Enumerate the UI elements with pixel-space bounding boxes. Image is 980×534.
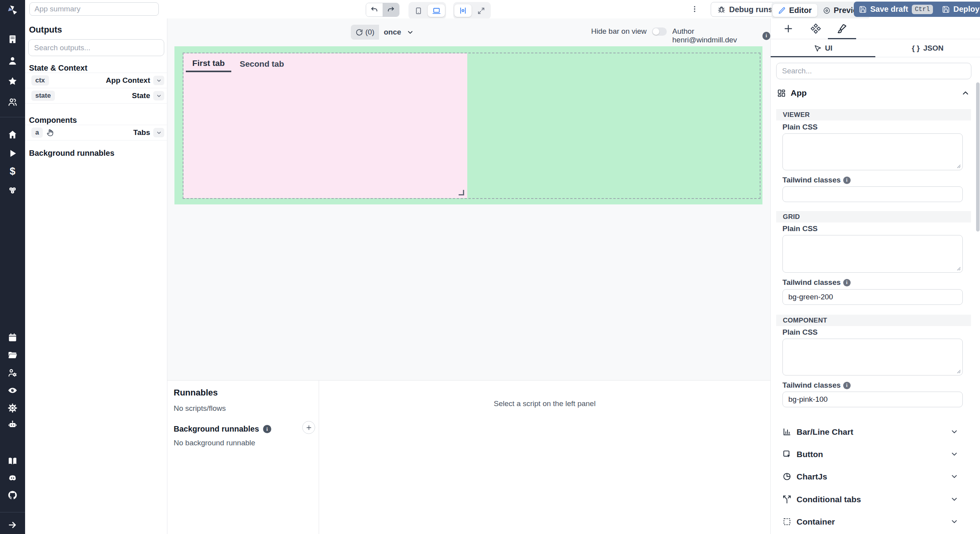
gear-icon[interactable] — [7, 403, 18, 413]
windmill-logo-icon[interactable] — [6, 4, 19, 16]
refresh-all-button[interactable]: (0) — [351, 25, 379, 40]
component-tailwind-input[interactable] — [782, 392, 963, 407]
viewer-tailwind-input[interactable] — [782, 186, 963, 202]
tabs-header: First tab Second tab — [183, 53, 467, 72]
hide-bar-toggle[interactable] — [652, 27, 667, 36]
calendar-icon[interactable] — [7, 332, 18, 343]
insert-component-tab[interactable] — [783, 23, 794, 34]
info-icon[interactable]: i — [263, 425, 271, 433]
tab-second[interactable]: Second tab — [235, 56, 289, 72]
fullscreen-button[interactable] — [472, 4, 490, 17]
info-icon[interactable]: i — [843, 382, 851, 389]
outputs-search-input[interactable] — [28, 39, 164, 56]
kebab-icon — [690, 4, 699, 14]
mobile-view-button[interactable] — [410, 4, 427, 17]
tab-first[interactable]: First tab — [186, 56, 231, 72]
add-background-runnable-button[interactable] — [302, 421, 315, 434]
app-section-header[interactable]: App — [777, 86, 970, 100]
github-icon[interactable] — [7, 490, 18, 500]
app-summary-input[interactable] — [29, 2, 159, 16]
state-context-heading: State & Context — [29, 64, 87, 73]
deploy-button[interactable]: Deploy — [936, 2, 980, 17]
app-canvas: (0) once Hide bar on view Author henri@w… — [167, 18, 770, 380]
tab-ui[interactable]: UI — [771, 39, 875, 57]
refresh-mode-select[interactable]: once — [384, 25, 414, 40]
paintbrush-icon — [837, 23, 848, 34]
expand-chevron[interactable] — [153, 91, 164, 100]
info-icon[interactable]: i — [762, 32, 770, 40]
users-icon[interactable] — [7, 97, 18, 107]
eye-icon[interactable] — [7, 385, 18, 395]
grid-tailwind-input[interactable] — [782, 289, 963, 305]
info-icon[interactable]: i — [843, 177, 851, 184]
styling-tab[interactable] — [837, 23, 848, 34]
style-row-bar-line-chart[interactable]: Bar/Line Chart — [771, 421, 976, 443]
output-key-badge: ctx — [31, 75, 49, 86]
style-row-chartjs[interactable]: ChartJs — [771, 465, 976, 488]
component-search-input[interactable] — [776, 63, 971, 79]
style-row-label: ChartJs — [797, 472, 827, 481]
output-key-badge: a — [31, 128, 43, 138]
home-icon[interactable] — [7, 129, 18, 140]
style-row-button[interactable]: Button — [771, 443, 976, 465]
user-icon[interactable] — [7, 56, 18, 66]
maximize-icon — [477, 7, 485, 15]
user-cog-icon[interactable] — [7, 368, 18, 378]
button-icon — [782, 450, 791, 459]
output-type-label: App Context — [106, 76, 150, 85]
star-icon[interactable] — [7, 76, 18, 86]
author-info: Author henri@windmill.dev i — [672, 27, 770, 44]
top-toolbar: Debug runs Editor Preview Save draft Ctr… — [25, 0, 980, 19]
bug-icon — [717, 5, 726, 14]
undo-button[interactable] — [366, 3, 383, 16]
grid-group-header: GRID — [776, 211, 971, 222]
background-runnables-heading: Background runnables i — [174, 425, 271, 434]
editor-tab[interactable]: Editor — [773, 4, 817, 17]
save-icon — [942, 5, 950, 13]
component-plain-css-textarea[interactable] — [782, 339, 963, 375]
tab-json[interactable]: { } JSON — [875, 39, 980, 57]
tailwind-classes-label: Tailwind classes i — [782, 176, 851, 184]
output-row-state[interactable]: state State — [25, 88, 167, 104]
folder-icon[interactable] — [7, 350, 18, 360]
deploy-label: Deploy — [953, 5, 980, 14]
center-align-button[interactable] — [454, 4, 472, 17]
component-grid-cell[interactable]: First tab Second tab — [183, 53, 760, 199]
discord-icon[interactable] — [7, 473, 18, 483]
background-runnables-heading: Background runnables — [29, 149, 114, 158]
arrow-right-icon[interactable] — [7, 520, 18, 530]
toggle-knob — [653, 28, 659, 35]
output-row-ctx[interactable]: ctx App Context — [25, 73, 167, 88]
tabs-component[interactable]: First tab Second tab — [183, 53, 467, 198]
debug-runs-button[interactable]: Debug runs — [711, 2, 779, 17]
background-runnables-empty-text: No background runnable — [174, 439, 255, 447]
grapes-icon[interactable] — [7, 185, 18, 195]
resize-handle[interactable] — [459, 190, 464, 195]
chevron-up-icon — [961, 89, 970, 97]
more-menu-button[interactable] — [690, 3, 700, 15]
app-grid-area[interactable]: First tab Second tab — [174, 46, 762, 204]
undo-icon — [370, 5, 379, 14]
plain-css-label: Plain CSS — [782, 123, 818, 131]
expand-chevron[interactable] — [153, 128, 164, 137]
hide-bar-label: Hide bar on view — [591, 27, 647, 36]
style-row-container[interactable]: Container — [771, 510, 976, 533]
viewer-plain-css-textarea[interactable] — [782, 133, 963, 170]
play-icon[interactable] — [7, 148, 18, 159]
panel-scrollbar[interactable] — [976, 82, 980, 231]
expand-chevron[interactable] — [153, 76, 164, 85]
chevron-down-icon — [950, 450, 958, 458]
output-type-label: State — [132, 91, 150, 100]
redo-button[interactable] — [383, 3, 399, 16]
building-icon[interactable] — [7, 34, 18, 44]
style-row-conditional-tabs[interactable]: Conditional tabs — [771, 488, 976, 510]
bot-icon[interactable] — [7, 419, 18, 430]
info-icon[interactable]: i — [843, 279, 851, 286]
grid-plain-css-textarea[interactable] — [782, 235, 963, 273]
windmill-app-editor: $ — [0, 0, 980, 534]
book-icon[interactable] — [7, 456, 18, 466]
dollar-icon[interactable]: $ — [7, 165, 18, 175]
output-row-component-a[interactable]: a Tabs — [25, 125, 167, 140]
components-library-tab[interactable] — [810, 23, 821, 34]
desktop-view-button[interactable] — [428, 4, 445, 17]
